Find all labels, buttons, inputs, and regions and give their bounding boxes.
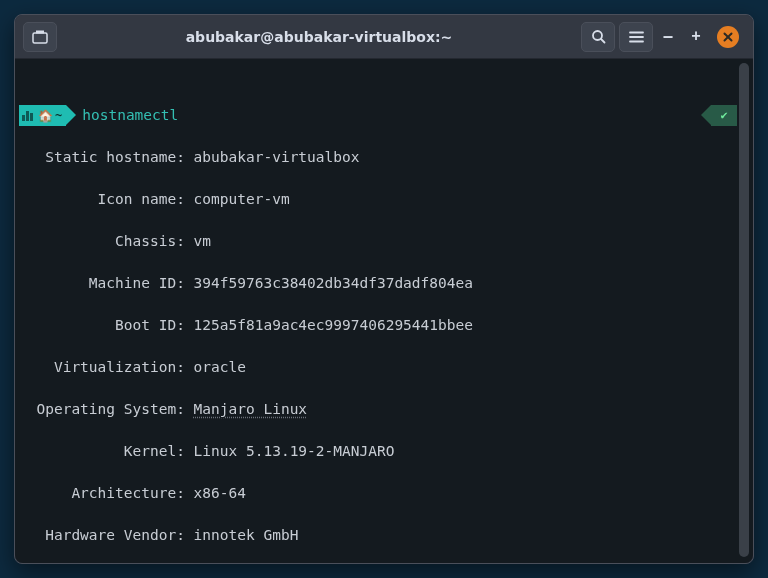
terminal-content[interactable]: 🏠 ~ hostnamectl ✔ Static hostname: abuba… [19,63,737,557]
svg-rect-0 [33,33,47,43]
new-tab-button[interactable] [23,22,57,52]
terminal-window: abubakar@abubakar-virtualbox:~ – + 🏠 ~ h… [14,14,754,564]
output-line: Machine ID: 394f59763c38402db34df37dadf8… [19,273,737,294]
svg-rect-1 [36,30,44,33]
home-icon: 🏠 [38,110,53,122]
scrollbar[interactable] [739,63,749,557]
output-line: Operating System: Manjaro Linux [19,399,737,420]
svg-line-3 [601,39,605,43]
command-text: hostnamectl [82,105,178,126]
status-badge: ✔ [711,105,737,126]
output-line: Kernel: Linux 5.13.19-2-MANJARO [19,441,737,462]
output-line: Chassis: vm [19,231,737,252]
manjaro-icon [22,111,33,121]
minimize-button[interactable]: – [661,30,675,44]
window-controls: – + [661,26,739,48]
output-line: Architecture: x86-64 [19,483,737,504]
prompt-path: ~ [55,105,62,126]
output-line: Boot ID: 125a5f81a9ac4ec9997406295441bbe… [19,315,737,336]
menu-button[interactable] [619,22,653,52]
prompt-line: 🏠 ~ hostnamectl ✔ [19,105,737,126]
window-title: abubakar@abubakar-virtualbox:~ [61,29,577,45]
search-button[interactable] [581,22,615,52]
output-line: Hardware Vendor: innotek GmbH [19,525,737,546]
maximize-button[interactable]: + [689,30,703,44]
terminal-body[interactable]: 🏠 ~ hostnamectl ✔ Static hostname: abuba… [15,59,753,563]
output-line: Static hostname: abubakar-virtualbox [19,147,737,168]
close-button[interactable] [717,26,739,48]
output-line: Virtualization: oracle [19,357,737,378]
output-line: Icon name: computer-vm [19,189,737,210]
scrollbar-thumb[interactable] [739,63,749,557]
prompt-badge: 🏠 ~ [19,105,66,126]
titlebar: abubakar@abubakar-virtualbox:~ – + [15,15,753,59]
